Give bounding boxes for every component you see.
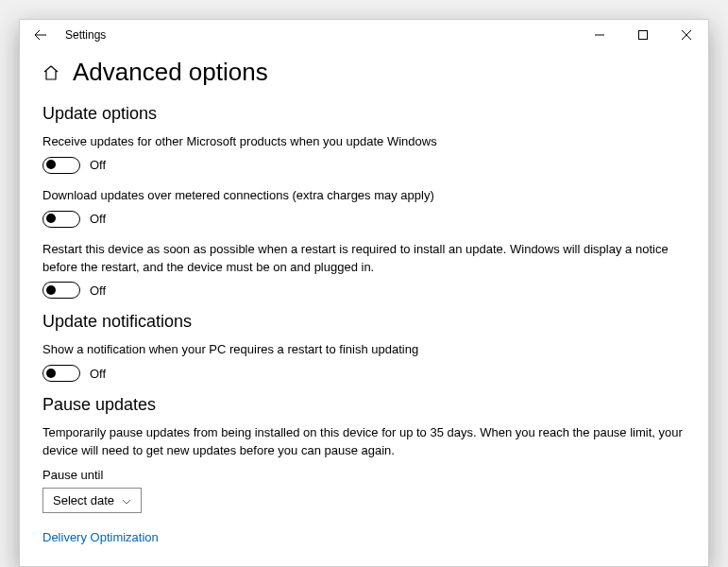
toggle-metered-connections[interactable] [42, 211, 80, 228]
toggle-restart-asap[interactable] [42, 282, 80, 299]
svg-rect-0 [639, 31, 648, 40]
titlebar: Settings [20, 20, 708, 50]
toggle-row: Off [42, 157, 686, 174]
page-header: Advanced options [42, 58, 686, 87]
page-title: Advanced options [73, 58, 268, 87]
toggle-state: Off [90, 367, 106, 381]
app-title: Settings [65, 28, 106, 42]
minimize-button[interactable] [578, 20, 621, 50]
section-title-update-notifications: Update notifications [42, 312, 686, 332]
section-title-update-options: Update options [42, 104, 686, 124]
toggle-state: Off [90, 158, 106, 172]
close-button[interactable] [665, 20, 708, 50]
back-button[interactable] [29, 24, 52, 46]
pause-description: Temporarily pause updates from being ins… [42, 424, 686, 460]
settings-window: Settings Advanced options Update options… [19, 19, 709, 567]
toggle-state: Off [90, 212, 106, 226]
maximize-button[interactable] [621, 20, 665, 50]
toggle-restart-notification[interactable] [42, 365, 80, 382]
chevron-down-icon [122, 493, 131, 507]
content-area: Advanced options Update options Receive … [20, 50, 708, 566]
option-label: Receive updates for other Microsoft prod… [42, 133, 686, 151]
toggle-receive-updates[interactable] [42, 157, 80, 174]
delivery-optimization-link[interactable]: Delivery Optimization [42, 530, 159, 544]
option-label: Download updates over metered connection… [42, 187, 686, 205]
toggle-row: Off [42, 211, 686, 228]
toggle-state: Off [90, 284, 106, 298]
option-label: Show a notification when your PC require… [42, 341, 686, 359]
toggle-row: Off [42, 282, 686, 299]
home-icon[interactable] [42, 64, 59, 81]
dropdown-value: Select date [53, 493, 114, 507]
pause-until-dropdown[interactable]: Select date [42, 488, 142, 513]
window-controls [578, 20, 708, 50]
pause-until-label: Pause until [42, 468, 686, 482]
section-title-pause-updates: Pause updates [42, 395, 686, 415]
option-label: Restart this device as soon as possible … [42, 241, 686, 277]
toggle-row: Off [42, 365, 686, 382]
